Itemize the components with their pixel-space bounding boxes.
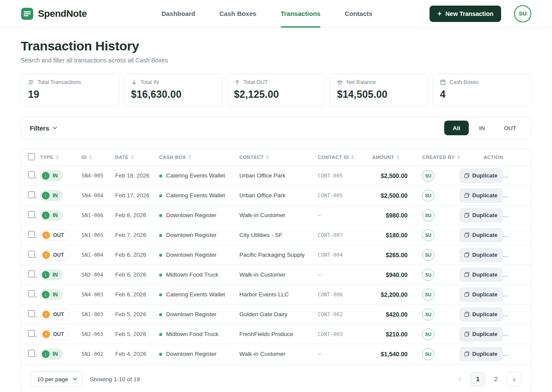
stat-total-transactions: Total Transactions 19 [21, 74, 119, 107]
chevron-down-icon [53, 125, 57, 130]
copy-icon [464, 332, 469, 336]
view-button[interactable]: View → [505, 248, 531, 262]
nav-cash-boxes[interactable]: Cash Boxes [220, 0, 257, 28]
column-header-cash-box: Cash Box [159, 155, 186, 160]
view-button[interactable]: View → [505, 307, 531, 322]
view-button[interactable]: View → [505, 208, 531, 223]
cashbox-name: Catering Events Wallet [166, 291, 225, 298]
created-by-badge: SU [422, 348, 434, 360]
transaction-date: Feb 6, 2026 [112, 285, 156, 305]
transaction-date: Feb 7, 2026 [112, 225, 156, 245]
row-checkbox[interactable] [28, 171, 35, 178]
contact-name: Walk-in Customer [236, 265, 314, 285]
amount: $2,200.00 [369, 285, 419, 305]
row-checkbox[interactable] [28, 191, 35, 198]
view-button[interactable]: View → [505, 188, 531, 203]
new-transaction-label: New Transaction [445, 10, 493, 17]
row-checkbox[interactable] [28, 251, 35, 258]
view-button[interactable]: View → [505, 228, 531, 243]
type-badge: ↓IN [40, 269, 63, 280]
scale-icon [337, 79, 343, 85]
prev-page-button[interactable]: ‹ [452, 372, 467, 386]
transaction-date: Feb 5, 2026 [112, 324, 156, 344]
spendnote-logo[interactable]: SpendNote [21, 7, 87, 20]
column-header-action: Action [483, 155, 503, 160]
cashbox-dot-icon [159, 214, 162, 217]
transaction-date: Feb 6, 2026 [112, 245, 156, 265]
sort-icon[interactable] [458, 155, 460, 159]
sort-icon[interactable] [397, 155, 399, 159]
transaction-row: ↓INSN1-002Feb 4, 2026Downtown RegisterWa… [21, 344, 531, 364]
row-checkbox[interactable] [28, 290, 35, 297]
sort-icon[interactable] [266, 155, 269, 159]
row-checkbox[interactable] [28, 271, 35, 277]
per-page-select[interactable]: 10 per page [31, 371, 83, 387]
filters-toggle[interactable]: Filters [28, 121, 58, 135]
filter-tab-all[interactable]: All [444, 121, 469, 135]
contact-name: FreshFields Produce [236, 324, 314, 344]
arrow-right-icon: → [526, 351, 531, 357]
contact-id: CONT-005 [314, 166, 369, 186]
row-checkbox[interactable] [28, 231, 35, 238]
type-label: IN [53, 212, 58, 218]
view-button[interactable]: View → [505, 347, 531, 361]
duplicate-button[interactable]: Duplicate [459, 347, 503, 361]
cashbox-name: Downtown Register [166, 252, 216, 258]
contact-id: CONT-002 [314, 305, 369, 324]
transaction-date: Feb 8, 2026 [112, 205, 156, 225]
row-checkbox[interactable] [28, 310, 35, 317]
sort-icon[interactable] [89, 155, 92, 159]
type-label: OUT [53, 311, 64, 317]
duplicate-button[interactable]: Duplicate [459, 287, 503, 302]
transaction-row: ↓INSN2-004Feb 6, 2026Midtown Food TruckW… [21, 265, 531, 285]
arrow-right-icon: → [526, 311, 531, 317]
transaction-row: ↓INSN1-006Feb 8, 2026Downtown RegisterWa… [21, 205, 531, 225]
row-checkbox[interactable] [28, 330, 35, 337]
filter-tab-out[interactable]: OUT [496, 121, 525, 135]
page-button-1[interactable]: 1 [470, 372, 485, 386]
transactions-table: Type Id Date Cash Box Contact Contact Id… [21, 149, 531, 364]
cashbox-name: Downtown Register [166, 351, 216, 357]
duplicate-button[interactable]: Duplicate [459, 248, 503, 262]
sort-icon[interactable] [188, 155, 191, 159]
avatar[interactable]: SU [514, 5, 531, 22]
view-button[interactable]: View → [505, 287, 531, 302]
view-button[interactable]: View → [505, 168, 531, 183]
row-checkbox[interactable] [28, 350, 35, 357]
amount: $420.00 [369, 305, 419, 324]
type-badge: ↑OUT [40, 249, 69, 261]
column-header-type: Type [40, 155, 53, 160]
filter-tab-in[interactable]: IN [470, 121, 494, 135]
logo-icon [21, 7, 34, 20]
duplicate-button[interactable]: Duplicate [459, 268, 503, 282]
column-header-date: Date [115, 155, 129, 160]
duplicate-button[interactable]: Duplicate [459, 168, 503, 183]
nav-dashboard[interactable]: Dashboard [161, 0, 195, 28]
duplicate-button[interactable]: Duplicate [459, 307, 503, 322]
cashbox-name: Catering Events Wallet [166, 192, 225, 199]
nav-contacts[interactable]: Contacts [345, 0, 372, 28]
sort-icon[interactable] [56, 155, 59, 159]
view-button[interactable]: View → [505, 268, 531, 282]
next-page-button[interactable]: › [507, 372, 521, 386]
arrow-down-circle-icon: ↓ [42, 291, 50, 299]
duplicate-button[interactable]: Duplicate [459, 228, 503, 243]
new-transaction-button[interactable]: + New Transaction [430, 6, 501, 22]
row-checkbox[interactable] [28, 211, 35, 218]
page-title: Transaction History [21, 39, 531, 53]
select-all-checkbox[interactable] [28, 153, 35, 160]
app-name: SpendNote [38, 8, 87, 19]
duplicate-button[interactable]: Duplicate [459, 208, 503, 223]
duplicate-button[interactable]: Duplicate [459, 188, 503, 203]
view-button[interactable]: View → [505, 327, 531, 342]
page-button-2[interactable]: 2 [489, 372, 503, 386]
sort-icon[interactable] [131, 155, 134, 159]
arrow-up-circle-icon: ↑ [42, 330, 50, 338]
duplicate-button[interactable]: Duplicate [459, 327, 503, 342]
sort-icon[interactable] [351, 155, 354, 159]
showing-summary: Showing 1-10 of 19 [90, 376, 140, 383]
nav-transactions[interactable]: Transactions [281, 0, 321, 28]
amount: $1,540.00 [369, 344, 419, 364]
type-label: OUT [53, 331, 64, 337]
transactions-table-card: Type Id Date Cash Box Contact Contact Id… [21, 149, 531, 392]
